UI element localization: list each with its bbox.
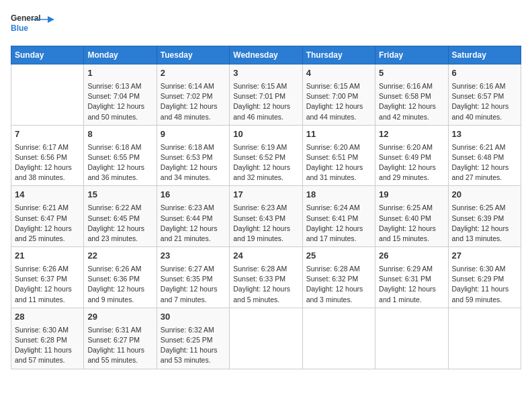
day-number: 13 xyxy=(452,128,517,141)
calendar-cell: 6Sunrise: 6:16 AMSunset: 6:57 PMDaylight… xyxy=(448,64,521,126)
cell-text: Daylight: 12 hours xyxy=(161,284,226,294)
cell-text: Sunset: 6:27 PM xyxy=(87,335,152,345)
week-row-2: 7Sunrise: 6:17 AMSunset: 6:56 PMDaylight… xyxy=(11,125,521,186)
cell-text: Daylight: 11 hours xyxy=(452,284,517,294)
cell-text: Sunrise: 6:27 AM xyxy=(161,264,226,274)
day-number: 25 xyxy=(306,250,371,263)
cell-text: Sunrise: 6:23 AM xyxy=(233,203,298,213)
cell-text: Sunrise: 6:23 AM xyxy=(161,203,226,213)
calendar-cell: 24Sunrise: 6:28 AMSunset: 6:33 PMDayligh… xyxy=(230,247,302,308)
calendar-cell: 14Sunrise: 6:21 AMSunset: 6:47 PMDayligh… xyxy=(11,186,84,247)
cell-text: and 19 minutes. xyxy=(233,234,298,244)
cell-text: Sunset: 6:52 PM xyxy=(233,152,298,163)
cell-text: Sunrise: 6:24 AM xyxy=(306,203,371,213)
cell-text: Sunrise: 6:30 AM xyxy=(452,264,517,274)
day-number: 4 xyxy=(306,67,371,80)
calendar-cell: 23Sunrise: 6:27 AMSunset: 6:35 PMDayligh… xyxy=(157,247,229,308)
cell-text: Sunset: 6:56 PM xyxy=(15,152,80,163)
calendar-cell: 3Sunrise: 6:15 AMSunset: 7:01 PMDaylight… xyxy=(230,64,302,126)
cell-text: Daylight: 11 hours xyxy=(15,345,80,355)
svg-text:Blue: Blue xyxy=(11,24,28,33)
day-number: 29 xyxy=(87,311,152,324)
day-number: 3 xyxy=(233,67,298,80)
calendar-cell: 15Sunrise: 6:22 AMSunset: 6:45 PMDayligh… xyxy=(84,186,157,247)
cell-text: Sunset: 6:35 PM xyxy=(161,274,226,284)
cell-text: Sunset: 6:44 PM xyxy=(161,214,226,224)
cell-text: Sunrise: 6:28 AM xyxy=(233,264,298,274)
header-day-saturday: Saturday xyxy=(448,46,521,64)
cell-text: Sunset: 6:53 PM xyxy=(161,152,226,163)
calendar-cell: 9Sunrise: 6:18 AMSunset: 6:53 PMDaylight… xyxy=(157,125,229,186)
cell-text: Daylight: 12 hours xyxy=(87,284,152,294)
calendar-cell: 8Sunrise: 6:18 AMSunset: 6:55 PMDaylight… xyxy=(84,125,157,186)
cell-text: Daylight: 12 hours xyxy=(161,163,226,173)
cell-text: and 17 minutes. xyxy=(306,234,371,244)
cell-text: Daylight: 12 hours xyxy=(306,101,371,111)
cell-text: Sunset: 6:25 PM xyxy=(161,335,226,345)
calendar-cell: 18Sunrise: 6:24 AMSunset: 6:41 PMDayligh… xyxy=(302,186,375,247)
calendar-cell: 19Sunrise: 6:25 AMSunset: 6:40 PMDayligh… xyxy=(375,186,448,247)
cell-text: Daylight: 12 hours xyxy=(306,163,371,173)
cell-text: Daylight: 12 hours xyxy=(452,101,517,111)
cell-text: Sunset: 6:58 PM xyxy=(379,91,444,101)
day-number: 20 xyxy=(452,189,517,201)
day-number: 19 xyxy=(379,189,444,201)
cell-text: and 27 minutes. xyxy=(452,173,517,183)
cell-text: Daylight: 12 hours xyxy=(15,163,80,173)
logo-icon: General Blue xyxy=(11,11,58,38)
week-row-3: 14Sunrise: 6:21 AMSunset: 6:47 PMDayligh… xyxy=(11,186,521,247)
cell-text: Sunrise: 6:26 AM xyxy=(87,264,152,274)
cell-text: Daylight: 12 hours xyxy=(379,224,444,234)
header-row: SundayMondayTuesdayWednesdayThursdayFrid… xyxy=(11,46,521,64)
cell-text: Sunrise: 6:18 AM xyxy=(161,142,226,152)
cell-text: and 48 minutes. xyxy=(161,112,226,122)
cell-text: Sunrise: 6:16 AM xyxy=(452,81,517,91)
cell-text: and 44 minutes. xyxy=(306,112,371,122)
cell-text: Sunrise: 6:25 AM xyxy=(379,203,444,213)
cell-text: and 29 minutes. xyxy=(379,173,444,183)
cell-text: Sunrise: 6:21 AM xyxy=(15,203,80,213)
header-day-tuesday: Tuesday xyxy=(157,46,229,64)
day-number: 8 xyxy=(87,128,152,141)
cell-text: and 42 minutes. xyxy=(379,112,444,122)
cell-text: and 32 minutes. xyxy=(233,173,298,183)
week-row-4: 21Sunrise: 6:26 AMSunset: 6:37 PMDayligh… xyxy=(11,247,521,308)
day-number: 5 xyxy=(379,67,444,80)
cell-text: Sunset: 6:31 PM xyxy=(379,274,444,284)
cell-text: Sunrise: 6:20 AM xyxy=(306,142,371,152)
cell-text: Sunset: 6:37 PM xyxy=(15,274,80,284)
cell-text: Daylight: 12 hours xyxy=(379,101,444,111)
cell-text: and 46 minutes. xyxy=(233,112,298,122)
cell-text: Daylight: 12 hours xyxy=(87,101,152,111)
calendar-cell xyxy=(230,308,302,369)
cell-text: and 57 minutes. xyxy=(15,355,80,365)
calendar-cell: 1Sunrise: 6:13 AMSunset: 7:04 PMDaylight… xyxy=(84,64,157,126)
cell-text: and 50 minutes. xyxy=(87,112,152,122)
header-day-thursday: Thursday xyxy=(302,46,375,64)
cell-text: and 53 minutes. xyxy=(161,355,226,365)
day-number: 11 xyxy=(306,128,371,141)
cell-text: Sunset: 6:32 PM xyxy=(306,274,371,284)
day-number: 26 xyxy=(379,250,444,263)
day-number: 15 xyxy=(87,189,152,201)
calendar-cell: 13Sunrise: 6:21 AMSunset: 6:48 PMDayligh… xyxy=(448,125,521,186)
calendar-cell: 10Sunrise: 6:19 AMSunset: 6:52 PMDayligh… xyxy=(230,125,302,186)
cell-text: Daylight: 12 hours xyxy=(233,224,298,234)
day-number: 24 xyxy=(233,250,298,263)
cell-text: Sunrise: 6:28 AM xyxy=(306,264,371,274)
day-number: 9 xyxy=(161,128,226,141)
cell-text: Sunrise: 6:18 AM xyxy=(87,142,152,152)
day-number: 30 xyxy=(161,311,226,324)
calendar-cell: 29Sunrise: 6:31 AMSunset: 6:27 PMDayligh… xyxy=(84,308,157,369)
calendar-table: SundayMondayTuesdayWednesdayThursdayFrid… xyxy=(11,46,521,369)
calendar-cell: 4Sunrise: 6:15 AMSunset: 7:00 PMDaylight… xyxy=(302,64,375,126)
cell-text: Sunset: 6:40 PM xyxy=(379,214,444,224)
day-number: 27 xyxy=(452,250,517,263)
cell-text: Daylight: 12 hours xyxy=(306,284,371,294)
cell-text: Sunrise: 6:14 AM xyxy=(161,81,226,91)
cell-text: Daylight: 12 hours xyxy=(161,224,226,234)
cell-text: Sunset: 6:28 PM xyxy=(15,335,80,345)
cell-text: and 55 minutes. xyxy=(87,355,152,365)
cell-text: Sunset: 7:00 PM xyxy=(306,91,371,101)
cell-text: and 21 minutes. xyxy=(161,234,226,244)
